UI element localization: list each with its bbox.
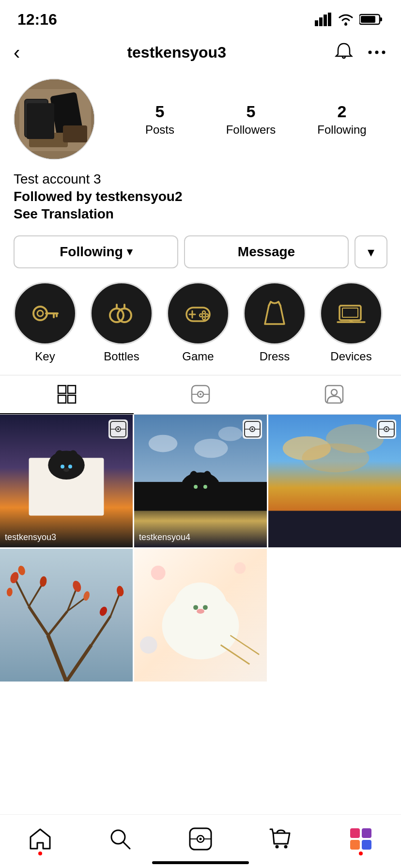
tab-grid[interactable] xyxy=(0,375,134,414)
nav-shop[interactable] xyxy=(262,824,300,853)
home-dot xyxy=(38,852,42,855)
reel-badge-3 xyxy=(377,419,396,439)
bio-section: Test account 3 Followed by testkensyou2 … xyxy=(0,168,401,230)
svg-point-56 xyxy=(61,465,64,468)
svg-point-32 xyxy=(202,317,205,320)
highlight-bottles[interactable]: Bottles xyxy=(90,282,153,363)
svg-rect-1 xyxy=(319,17,323,26)
reel-icon-3 xyxy=(377,419,396,439)
tab-reels[interactable] xyxy=(134,375,267,414)
highlight-circle-key xyxy=(14,282,77,345)
svg-rect-137 xyxy=(362,840,371,850)
following-button[interactable]: Following ▾ xyxy=(14,235,178,268)
svg-point-121 xyxy=(140,636,157,654)
nav-search[interactable] xyxy=(101,824,139,853)
svg-point-33 xyxy=(200,314,202,317)
svg-point-30 xyxy=(202,311,205,314)
home-indicator xyxy=(152,861,249,864)
stats-container: 5 Posts 5 Followers 2 Following xyxy=(114,102,387,137)
wifi-icon xyxy=(337,13,355,26)
following-count: 2 xyxy=(338,102,347,121)
stat-following[interactable]: 2 Following xyxy=(296,102,387,137)
svg-rect-43 xyxy=(68,395,76,403)
highlight-game[interactable]: Game xyxy=(167,282,230,363)
bio-followed-by: Followed by testkensyou2 xyxy=(14,189,387,204)
highlights-section: Key Bottles xyxy=(0,274,401,371)
svg-rect-17 xyxy=(63,125,87,142)
svg-rect-135 xyxy=(362,828,371,838)
svg-point-71 xyxy=(203,485,207,489)
nav-home[interactable] xyxy=(21,824,60,853)
svg-point-19 xyxy=(37,310,43,316)
svg-rect-2 xyxy=(324,15,327,26)
svg-rect-14 xyxy=(25,100,47,137)
bottom-nav xyxy=(0,814,401,868)
post-4-image xyxy=(0,549,133,682)
highlight-devices[interactable]: Devices xyxy=(320,282,383,363)
svg-point-4 xyxy=(344,23,347,26)
dropdown-button[interactable]: ▾ xyxy=(355,235,387,268)
svg-point-115 xyxy=(203,585,220,608)
svg-rect-40 xyxy=(58,386,66,393)
svg-point-46 xyxy=(200,393,201,395)
back-button[interactable]: ‹ xyxy=(14,43,20,62)
more-icon[interactable] xyxy=(366,42,387,63)
stat-followers[interactable]: 5 Followers xyxy=(205,102,296,137)
svg-rect-37 xyxy=(342,308,358,317)
reel-badge-2 xyxy=(243,419,262,439)
highlight-dress[interactable]: Dress xyxy=(243,282,306,363)
svg-point-120 xyxy=(234,562,246,574)
game-icon xyxy=(183,298,214,329)
status-time: 12:16 xyxy=(17,11,57,29)
dress-icon xyxy=(259,298,290,329)
nav-reels[interactable] xyxy=(181,824,220,853)
svg-point-74 xyxy=(194,439,228,458)
svg-rect-3 xyxy=(328,13,331,26)
profile-nav-icon xyxy=(348,826,373,852)
bell-icon[interactable] xyxy=(333,42,355,63)
svg-rect-136 xyxy=(350,840,360,850)
svg-point-114 xyxy=(181,585,198,608)
nav-profile[interactable] xyxy=(341,824,380,853)
see-translation[interactable]: See Translation xyxy=(14,206,387,222)
highlight-devices-label: Devices xyxy=(330,350,371,363)
svg-point-84 xyxy=(302,444,369,473)
posts-label: Posts xyxy=(145,123,174,137)
svg-point-10 xyxy=(382,51,385,54)
svg-point-132 xyxy=(284,845,287,849)
header-actions xyxy=(333,42,387,63)
content-tabs xyxy=(0,375,401,415)
tab-tagged[interactable] xyxy=(267,375,401,414)
post-4[interactable] xyxy=(0,549,133,682)
svg-point-18 xyxy=(33,307,47,320)
post-5-image xyxy=(134,549,267,682)
svg-point-118 xyxy=(197,609,204,614)
post-2[interactable]: testkensyou4 xyxy=(134,415,267,547)
message-button[interactable]: Message xyxy=(184,235,349,268)
highlight-key[interactable]: Key xyxy=(14,282,77,363)
highlight-bottles-label: Bottles xyxy=(104,350,139,363)
svg-point-54 xyxy=(55,450,64,464)
home-icon xyxy=(28,826,53,852)
stat-posts[interactable]: 5 Posts xyxy=(114,102,205,137)
post-1[interactable]: testkensyou3 xyxy=(0,415,133,547)
post-3[interactable] xyxy=(268,415,401,547)
post-5[interactable] xyxy=(134,549,267,682)
key-icon xyxy=(30,298,61,329)
svg-point-73 xyxy=(218,427,243,441)
svg-point-69 xyxy=(203,471,212,483)
avatar[interactable] xyxy=(14,78,95,160)
svg-point-119 xyxy=(151,566,166,580)
profile-section: 5 Posts 5 Followers 2 Following xyxy=(0,71,401,168)
status-icons xyxy=(315,13,384,26)
followers-label: Followers xyxy=(226,123,276,137)
svg-rect-134 xyxy=(350,828,360,838)
svg-point-55 xyxy=(68,450,78,464)
reel-icon-1 xyxy=(108,419,128,439)
highlight-circle-devices xyxy=(320,282,383,345)
svg-point-9 xyxy=(375,51,378,54)
profile-username: testkensyou3 xyxy=(127,44,226,62)
svg-point-58 xyxy=(63,468,69,472)
post-2-username: testkensyou4 xyxy=(139,532,190,542)
svg-point-68 xyxy=(189,471,198,483)
